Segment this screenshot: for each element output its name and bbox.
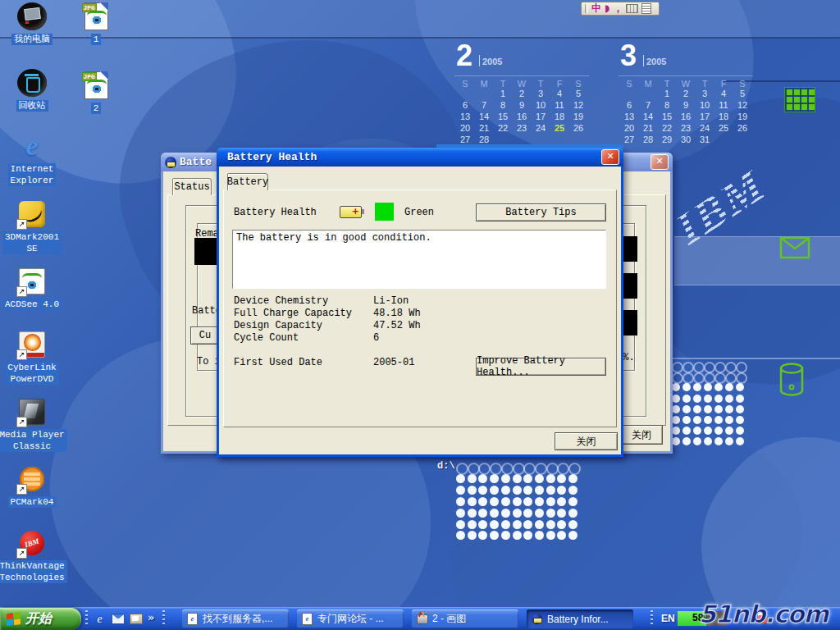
wallpaper-dot	[704, 362, 715, 373]
current-settings-button[interactable]: Cu	[190, 326, 220, 345]
taskbar-task-1[interactable]: e找不到服务器,...	[182, 609, 289, 628]
desktop-icon-acdsee-40[interactable]: ↗ACDSee 4.0	[0, 267, 64, 310]
tab-status[interactable]: Status	[172, 178, 212, 195]
close-icon[interactable]: ✕	[601, 149, 619, 165]
desktop-icon-internet-explorer[interactable]: eInternetExplorer	[0, 131, 64, 186]
calendar-date-cell: 10	[532, 100, 550, 110]
wallpaper-dot	[725, 362, 737, 373]
ime-width-toggle-icon[interactable]: ◗	[605, 3, 609, 14]
tab-battery[interactable]: Battery	[227, 173, 268, 190]
battery-icon: +	[340, 206, 362, 218]
calendar-date-cell: 17	[696, 112, 714, 121]
wallpaper-dot	[478, 520, 487, 529]
desktop-icon-media-player-classic[interactable]: ↗Media PlayerClassic	[0, 397, 64, 452]
quick-launch-overflow-chevron[interactable]: »	[148, 611, 154, 623]
calendar-date-cell: 21	[639, 123, 657, 133]
icon-art: ↗	[16, 464, 48, 494]
wallpaper-dot	[535, 509, 544, 518]
calendar-date-cell: 15	[494, 112, 512, 121]
desktop-icon-jpg-1[interactable]: JPG1	[75, 2, 116, 45]
wallpaper-dot	[490, 497, 499, 506]
calendar-date-cell: 26	[569, 123, 587, 133]
watermark: 51nb.com	[699, 600, 829, 628]
wallpaper-dot	[682, 372, 694, 384]
window-title: Batte	[180, 156, 212, 168]
close-button[interactable]: 关闭	[620, 425, 663, 445]
calendar-date-cell: 31	[696, 135, 714, 144]
desktop-icon-jpg-2[interactable]: JPG2	[75, 71, 116, 114]
info-row-value: 2005-01	[373, 357, 414, 368]
my-computer-icon	[17, 2, 47, 30]
calendar-date-cell: 3	[532, 89, 550, 98]
wallpaper-dot	[693, 372, 705, 384]
quick-launch-mail-icon[interactable]	[111, 612, 125, 625]
calendar-date-cell: 28	[639, 135, 657, 144]
wallpaper-dot	[456, 497, 465, 506]
desktop-icon-3dmark2001-se[interactable]: ↗3DMark2001SE	[0, 199, 64, 254]
taskbar-task-4[interactable]: Battery Infor...	[527, 609, 633, 628]
ime-drag-handle-icon[interactable]	[585, 4, 588, 13]
shortcut-arrow-icon: ↗	[16, 349, 27, 360]
ime-language-bar[interactable]: 中 ◗ ，	[581, 2, 660, 16]
calendar-date-cell: 8	[494, 100, 512, 110]
info-row-value: 48.18 Wh	[373, 308, 421, 319]
wallpaper-dot	[523, 486, 532, 495]
icon-art	[16, 2, 48, 31]
wallpaper-dot	[546, 497, 555, 506]
info-row-label: Cycle Count	[234, 332, 299, 344]
desktop-icon-cyberlink-powerdvd[interactable]: ↗CyberLinkPowerDVD	[0, 330, 64, 385]
show-desktop-icon[interactable]	[129, 612, 143, 625]
wallpaper-dot	[736, 416, 744, 424]
wallpaper-dot	[672, 383, 680, 391]
wallpaper-dot	[456, 509, 465, 518]
language-indicator[interactable]: EN	[661, 613, 675, 624]
windows-flag-icon	[7, 611, 21, 626]
calendar-date-cell: 14	[639, 112, 657, 121]
calendar-date-cell: 28	[475, 135, 493, 144]
ime-chinese-indicator[interactable]: 中	[591, 3, 601, 14]
wallpaper-dot	[704, 416, 712, 424]
icon-label: ThinkVantageTechnologies	[0, 560, 67, 583]
wallpaper-dot	[468, 474, 477, 483]
wallpaper-dot	[456, 463, 468, 475]
close-button[interactable]: 关闭	[555, 432, 618, 450]
wallpaper-dot	[672, 405, 680, 413]
icon-label: ACDSee 4.0	[2, 299, 62, 310]
info-row-label: Device Chemistry	[234, 295, 328, 307]
battery-icon	[531, 613, 543, 625]
info-row-label: First Used Date	[234, 357, 322, 368]
ime-punctuation-icon[interactable]: ，	[613, 3, 623, 14]
wallpaper-dot	[513, 486, 522, 495]
wallpaper-dot	[682, 383, 691, 391]
desktop-icon-thinkvantage-technologies[interactable]: IBM↗ThinkVantageTechnologies	[0, 528, 64, 583]
jpg-page-icon: JPG	[84, 2, 108, 30]
desktop-icon-my-computer[interactable]: 我的电脑	[0, 2, 64, 45]
icon-label: CyberLinkPowerDVD	[5, 362, 58, 385]
calendar-month-number: 3	[620, 41, 637, 71]
desktop-icon-pcmark04[interactable]: ↗PCMark04	[0, 464, 64, 508]
calendar-date-cell: 13	[456, 112, 474, 121]
improve-battery-health-button[interactable]: Improve Battery Health...	[476, 358, 606, 376]
calendar-date-cell: 12	[569, 100, 587, 110]
start-button[interactable]: 开始	[0, 608, 81, 630]
info-row-value: Li-Ion	[373, 295, 409, 307]
ime-keyboard-icon[interactable]	[626, 4, 638, 13]
icon-art: ↗	[16, 267, 48, 296]
wallpaper-dot	[557, 497, 566, 506]
condition-textbox[interactable]: The battery is in good condition.	[232, 230, 606, 289]
taskbar-task-2[interactable]: e专门网论坛 - ...	[297, 609, 404, 628]
wallpaper-dot	[546, 474, 555, 483]
dialog-titlebar[interactable]: Battery Health ✕	[217, 148, 623, 167]
ime-menu-icon[interactable]	[641, 3, 651, 14]
wallpaper-dot	[490, 474, 499, 483]
taskbar-task-3[interactable]: 2 - 画图	[412, 609, 518, 628]
calendar-divider-line	[454, 75, 589, 76]
battery-tips-button[interactable]: Battery Tips	[476, 203, 606, 221]
icon-label: 我的电脑	[11, 34, 52, 45]
quick-launch-ie-icon[interactable]: e	[93, 612, 107, 625]
calendar-date-cell: 24	[532, 123, 550, 133]
close-icon[interactable]: ✕	[651, 154, 669, 170]
calendar-day-header: W	[513, 79, 531, 89]
calendar-date-cell: 22	[658, 123, 676, 133]
desktop-icon-recycle-bin[interactable]: 回收站	[0, 68, 64, 112]
